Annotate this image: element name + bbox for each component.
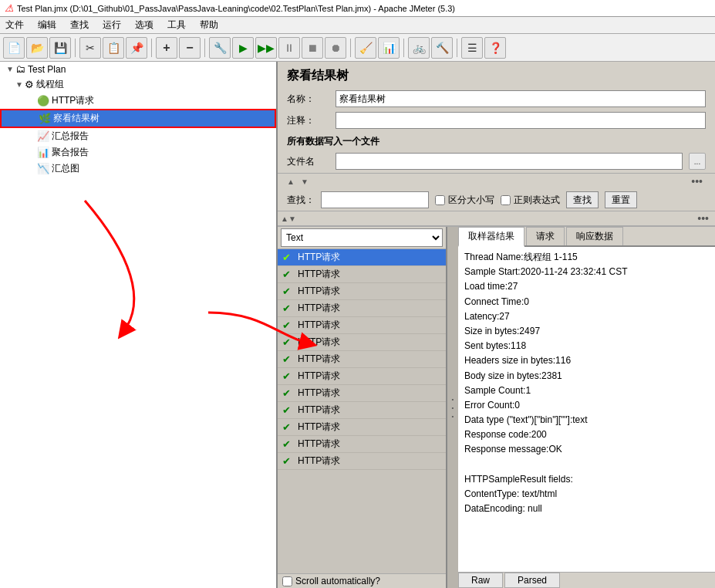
tree-node-summary[interactable]: 📈 汇总报告 bbox=[0, 128, 276, 144]
tree-node-aggregate[interactable]: 📊 聚合报告 bbox=[0, 144, 276, 161]
new-button[interactable]: 📄 bbox=[3, 37, 25, 59]
chart-icon: 📉 bbox=[37, 163, 49, 174]
menu-file[interactable]: 文件 bbox=[3, 18, 26, 32]
find-button[interactable]: 查找 bbox=[566, 191, 599, 208]
aggregate-icon: 📊 bbox=[37, 147, 49, 158]
divider-row-2: ▲ ▼ ••• bbox=[278, 211, 715, 226]
list-item-6[interactable]: ✔ HTTP请求 bbox=[278, 351, 446, 368]
menu-tools[interactable]: 工具 bbox=[165, 18, 188, 32]
file-input[interactable] bbox=[336, 153, 683, 170]
tab-request[interactable]: 请求 bbox=[526, 227, 565, 245]
start-button[interactable]: ▶ bbox=[232, 37, 254, 59]
file-row: 文件名 ... bbox=[287, 153, 706, 170]
list-item-label-7: HTTP请求 bbox=[298, 370, 340, 383]
list-item-4[interactable]: ✔ HTTP请求 bbox=[278, 317, 446, 334]
tree-node-testplan[interactable]: ▼ 🗂 Test Plan bbox=[0, 62, 276, 76]
menu-run[interactable]: 运行 bbox=[100, 18, 123, 32]
chart-label: 汇总图 bbox=[52, 162, 79, 175]
stop-button[interactable]: ⏹ bbox=[302, 37, 323, 59]
menu-edit[interactable]: 编辑 bbox=[35, 18, 59, 32]
tab-raw[interactable]: Raw bbox=[458, 573, 503, 588]
search-input[interactable] bbox=[321, 191, 429, 208]
viewresults-icon: 🌿 bbox=[39, 113, 51, 124]
wrench-button[interactable]: 🔨 bbox=[431, 37, 453, 59]
list-item-3[interactable]: ✔ HTTP请求 bbox=[278, 300, 446, 317]
list-item-0[interactable]: ✔ HTTP请求 bbox=[278, 249, 446, 266]
httpreq-icon: 🟢 bbox=[37, 95, 49, 106]
stop-all-button[interactable]: ⏺ bbox=[325, 37, 346, 59]
item-check-icon-3: ✔ bbox=[282, 302, 295, 314]
tree-node-threadgroup[interactable]: ▼ ⚙ 线程组 bbox=[0, 76, 276, 93]
result-line-15: HTTPSampleResult fields: bbox=[464, 472, 709, 487]
list-item-9[interactable]: ✔ HTTP请求 bbox=[278, 402, 446, 419]
open-button[interactable]: 📂 bbox=[26, 37, 48, 59]
save-button[interactable]: 💾 bbox=[49, 37, 71, 59]
menu-find[interactable]: 查找 bbox=[68, 18, 91, 32]
help-button[interactable]: ❓ bbox=[484, 37, 506, 59]
toolbar-sep-6 bbox=[457, 39, 457, 57]
scroll-auto-checkbox[interactable] bbox=[282, 576, 292, 586]
remove-button[interactable]: − bbox=[179, 37, 201, 59]
down-arrow2-icon: ▼ bbox=[288, 215, 296, 223]
list-item-8[interactable]: ✔ HTTP请求 bbox=[278, 385, 446, 402]
result-line-0: Thread Name:线程组 1-115 bbox=[464, 250, 709, 265]
result-line-6: Sent bytes:118 bbox=[464, 339, 709, 353]
tree-panel: ▼ 🗂 Test Plan ▼ ⚙ 线程组 🟢 HTTP请求 🌿 察看结果树 bbox=[0, 62, 278, 588]
menu-bar: 文件 编辑 查找 运行 选项 工具 帮助 bbox=[0, 17, 715, 34]
list-header: Text bbox=[278, 227, 446, 249]
error-icon: ⚠ bbox=[5, 2, 14, 14]
item-check-icon-6: ✔ bbox=[282, 353, 295, 365]
case-sensitive-checkbox[interactable] bbox=[435, 195, 445, 205]
arrow-threadgroup: ▼ bbox=[15, 80, 25, 89]
clear-button[interactable]: 🧹 bbox=[355, 37, 376, 59]
tab-parsed[interactable]: Parsed bbox=[504, 573, 560, 588]
settings-btn[interactable]: 🔧 bbox=[209, 37, 231, 59]
regex-group: 正则表达式 bbox=[501, 194, 560, 207]
item-check-icon-9: ✔ bbox=[282, 404, 295, 416]
list-item-5[interactable]: ✔ HTTP请求 bbox=[278, 334, 446, 351]
toolbar-sep-4 bbox=[350, 39, 351, 57]
list-item-label-2: HTTP请求 bbox=[298, 285, 340, 298]
tree-node-chart[interactable]: 📉 汇总图 bbox=[0, 161, 276, 177]
list-item-label-11: HTTP请求 bbox=[298, 438, 340, 451]
menu-help[interactable]: 帮助 bbox=[197, 18, 221, 32]
tab-response-data[interactable]: 响应数据 bbox=[566, 227, 623, 245]
name-input[interactable] bbox=[336, 90, 706, 107]
arrow-testplan: ▼ bbox=[6, 65, 15, 73]
reset-button[interactable]: 重置 bbox=[605, 191, 637, 208]
item-check-icon-1: ✔ bbox=[282, 269, 295, 280]
list-item-7[interactable]: ✔ HTTP请求 bbox=[278, 368, 446, 385]
list-item-label-0: HTTP请求 bbox=[298, 251, 340, 264]
list-item-12[interactable]: ✔ HTTP请求 bbox=[278, 453, 446, 470]
browse-button[interactable]: ... bbox=[689, 153, 706, 170]
list-item-label-3: HTTP请求 bbox=[298, 302, 340, 315]
tab-sampler-results[interactable]: 取样器结果 bbox=[458, 227, 524, 247]
report-button[interactable]: 📊 bbox=[378, 37, 400, 59]
pause-button[interactable]: ⏸ bbox=[278, 37, 300, 59]
list-item-label-9: HTTP请求 bbox=[298, 404, 340, 417]
list-item-1[interactable]: ✔ HTTP请求 bbox=[278, 266, 446, 283]
options-dots[interactable]: ••• bbox=[688, 175, 706, 188]
comment-input[interactable] bbox=[336, 112, 706, 129]
tree-node-viewresults[interactable]: 🌿 察看结果树 bbox=[0, 109, 276, 128]
tree-node-httpreq[interactable]: 🟢 HTTP请求 bbox=[0, 93, 276, 109]
result-line-13: Response message:OK bbox=[464, 442, 709, 457]
list-item-10[interactable]: ✔ HTTP请求 bbox=[278, 419, 446, 436]
paste-button[interactable]: 📌 bbox=[126, 37, 147, 59]
handle-dot-1: • bbox=[452, 396, 454, 403]
menu-options[interactable]: 选项 bbox=[133, 18, 156, 32]
panel-resize-handle[interactable]: • • • bbox=[447, 227, 458, 588]
list-button[interactable]: ☰ bbox=[461, 37, 483, 59]
format-dropdown[interactable]: Text bbox=[281, 228, 443, 247]
list-item-label-12: HTTP请求 bbox=[298, 455, 340, 468]
list-item-11[interactable]: ✔ HTTP请求 bbox=[278, 436, 446, 453]
bike-button[interactable]: 🚲 bbox=[408, 37, 430, 59]
options-dots2[interactable]: ••• bbox=[694, 212, 712, 225]
start-nopause-button[interactable]: ▶▶ bbox=[255, 37, 277, 59]
cut-button[interactable]: ✂ bbox=[79, 37, 101, 59]
add-button[interactable]: + bbox=[156, 37, 177, 59]
copy-button[interactable]: 📋 bbox=[103, 37, 124, 59]
result-line-10: Error Count:0 bbox=[464, 398, 709, 413]
regex-checkbox[interactable] bbox=[501, 195, 511, 205]
list-item-2[interactable]: ✔ HTTP请求 bbox=[278, 283, 446, 300]
